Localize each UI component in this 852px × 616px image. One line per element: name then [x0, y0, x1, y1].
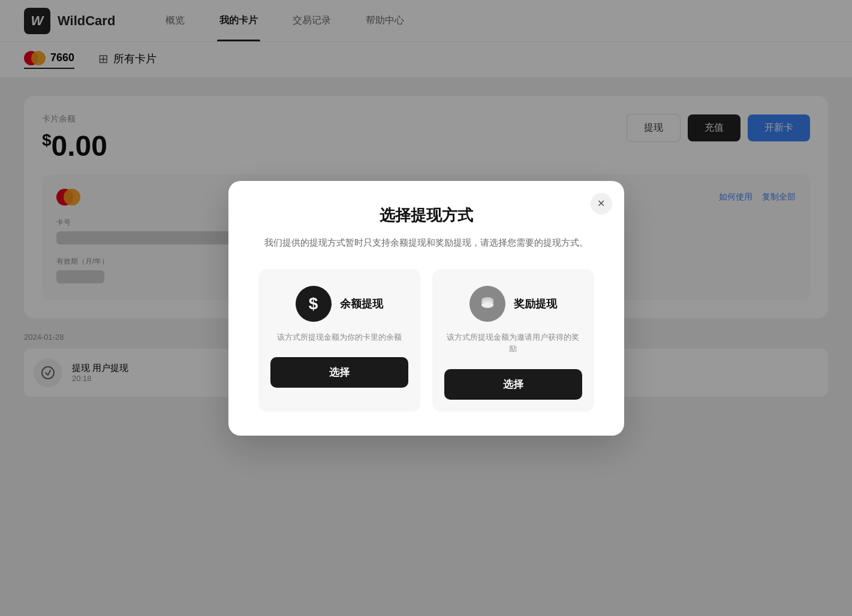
svg-point-5 [481, 302, 493, 308]
reward-withdraw-desc: 该方式所提现金额为邀请用户获得的奖励 [444, 331, 582, 355]
modal-close-button[interactable]: ✕ [591, 193, 612, 215]
modal-subtitle: 我们提供的提现方式暂时只支持余额提现和奖励提现，请选择您需要的提现方式。 [258, 235, 594, 250]
reward-withdraw-title: 奖励提现 [514, 297, 557, 311]
balance-withdraw-icon: $ [296, 286, 332, 322]
reward-withdraw-select-button[interactable]: 选择 [444, 369, 582, 400]
balance-withdraw-option: $ 余额提现 该方式所提现金额为你的卡里的余额 选择 [258, 269, 420, 412]
modal-options: $ 余额提现 该方式所提现金额为你的卡里的余额 选择 [258, 269, 594, 412]
reward-withdraw-icon [469, 286, 505, 322]
balance-withdraw-select-button[interactable]: 选择 [270, 357, 408, 388]
reward-withdraw-option: 奖励提现 该方式所提现金额为邀请用户获得的奖励 选择 [432, 269, 594, 412]
balance-withdraw-desc: 该方式所提现金额为你的卡里的余额 [277, 331, 402, 343]
modal-title: 选择提现方式 [258, 205, 594, 226]
withdraw-method-modal: ✕ 选择提现方式 我们提供的提现方式暂时只支持余额提现和奖励提现，请选择您需要的… [228, 181, 624, 436]
balance-withdraw-title: 余额提现 [340, 297, 383, 311]
modal-overlay[interactable]: ✕ 选择提现方式 我们提供的提现方式暂时只支持余额提现和奖励提现，请选择您需要的… [0, 0, 852, 616]
